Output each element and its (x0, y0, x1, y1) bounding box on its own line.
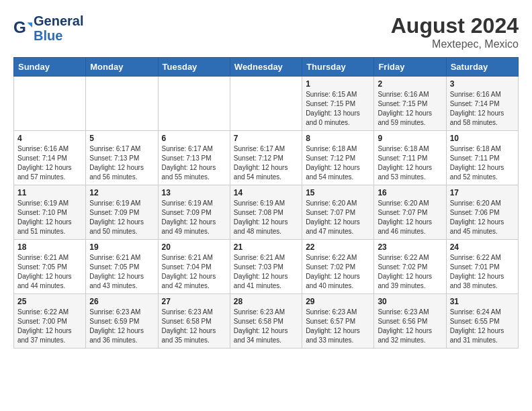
calendar-day-cell: 5Sunrise: 6:17 AMSunset: 7:13 PMDaylight… (86, 131, 158, 185)
day-number: 6 (162, 134, 226, 143)
calendar-day-cell (230, 77, 302, 131)
calendar-week-row: 25Sunrise: 6:22 AMSunset: 7:00 PMDayligh… (14, 294, 519, 349)
month-year: August 2024 (391, 13, 519, 38)
day-number: 28 (234, 297, 298, 306)
calendar-day-cell: 4Sunrise: 6:16 AMSunset: 7:14 PMDaylight… (14, 131, 86, 185)
calendar-day-cell: 16Sunrise: 6:20 AMSunset: 7:07 PMDayligh… (374, 185, 446, 240)
day-info: Sunrise: 6:21 AMSunset: 7:05 PMDaylight:… (17, 253, 82, 291)
calendar-day-cell: 20Sunrise: 6:21 AMSunset: 7:04 PMDayligh… (158, 240, 230, 294)
calendar-day-cell: 23Sunrise: 6:22 AMSunset: 7:02 PMDayligh… (374, 240, 446, 294)
day-info: Sunrise: 6:18 AMSunset: 7:12 PMDaylight:… (306, 144, 370, 182)
calendar-day-cell: 9Sunrise: 6:18 AMSunset: 7:11 PMDaylight… (374, 131, 446, 185)
calendar-day-cell: 17Sunrise: 6:20 AMSunset: 7:06 PMDayligh… (446, 185, 518, 240)
weekday-row: SundayMondayTuesdayWednesdayThursdayFrid… (14, 58, 519, 77)
day-number: 20 (162, 242, 226, 252)
day-number: 5 (89, 134, 154, 143)
weekday-header: Tuesday (158, 58, 230, 77)
calendar-table: SundayMondayTuesdayWednesdayThursdayFrid… (13, 57, 519, 349)
day-number: 1 (306, 79, 370, 89)
location: Mextepec, Mexico (391, 38, 519, 50)
day-info: Sunrise: 6:16 AMSunset: 7:14 PMDaylight:… (17, 144, 82, 182)
day-info: Sunrise: 6:16 AMSunset: 7:15 PMDaylight:… (378, 90, 442, 128)
calendar-day-cell: 2Sunrise: 6:16 AMSunset: 7:15 PMDaylight… (374, 77, 446, 131)
weekday-header: Sunday (14, 58, 86, 77)
page-header: G General Blue August 2024 Mextepec, Mex… (13, 13, 519, 50)
day-info: Sunrise: 6:20 AMSunset: 7:07 PMDaylight:… (306, 199, 370, 236)
day-info: Sunrise: 6:17 AMSunset: 7:12 PMDaylight:… (234, 144, 298, 182)
day-info: Sunrise: 6:18 AMSunset: 7:11 PMDaylight:… (450, 144, 515, 182)
day-info: Sunrise: 6:19 AMSunset: 7:09 PMDaylight:… (162, 199, 226, 236)
calendar-day-cell (86, 77, 158, 131)
day-number: 14 (234, 188, 298, 197)
logo-general: General (34, 13, 83, 28)
calendar-day-cell: 7Sunrise: 6:17 AMSunset: 7:12 PMDaylight… (230, 131, 302, 185)
day-number: 21 (234, 242, 298, 252)
calendar-day-cell: 3Sunrise: 6:16 AMSunset: 7:14 PMDaylight… (446, 77, 518, 131)
day-info: Sunrise: 6:20 AMSunset: 7:06 PMDaylight:… (450, 199, 515, 236)
calendar-day-cell: 22Sunrise: 6:22 AMSunset: 7:02 PMDayligh… (302, 240, 374, 294)
day-number: 25 (17, 297, 82, 306)
day-info: Sunrise: 6:21 AMSunset: 7:03 PMDaylight:… (234, 253, 298, 291)
calendar-day-cell: 6Sunrise: 6:17 AMSunset: 7:13 PMDaylight… (158, 131, 230, 185)
day-number: 7 (234, 134, 298, 143)
calendar-day-cell: 27Sunrise: 6:23 AMSunset: 6:58 PMDayligh… (158, 294, 230, 349)
calendar-day-cell: 30Sunrise: 6:23 AMSunset: 6:56 PMDayligh… (374, 294, 446, 349)
weekday-header: Monday (86, 58, 158, 77)
calendar-day-cell: 31Sunrise: 6:24 AMSunset: 6:55 PMDayligh… (446, 294, 518, 349)
day-info: Sunrise: 6:23 AMSunset: 6:56 PMDaylight:… (378, 308, 442, 345)
calendar-day-cell: 13Sunrise: 6:19 AMSunset: 7:09 PMDayligh… (158, 185, 230, 240)
day-info: Sunrise: 6:21 AMSunset: 7:04 PMDaylight:… (162, 253, 226, 291)
logo-blue: Blue (34, 28, 83, 43)
day-info: Sunrise: 6:17 AMSunset: 7:13 PMDaylight:… (89, 144, 154, 182)
day-number: 29 (306, 297, 370, 306)
day-number: 10 (450, 134, 515, 143)
calendar-day-cell: 1Sunrise: 6:15 AMSunset: 7:15 PMDaylight… (302, 77, 374, 131)
day-info: Sunrise: 6:23 AMSunset: 6:57 PMDaylight:… (306, 308, 370, 345)
day-info: Sunrise: 6:22 AMSunset: 7:02 PMDaylight:… (378, 253, 442, 291)
day-info: Sunrise: 6:16 AMSunset: 7:14 PMDaylight:… (450, 90, 515, 128)
calendar-day-cell: 8Sunrise: 6:18 AMSunset: 7:12 PMDaylight… (302, 131, 374, 185)
day-number: 17 (450, 188, 515, 197)
day-number: 18 (17, 242, 82, 252)
calendar-week-row: 11Sunrise: 6:19 AMSunset: 7:10 PMDayligh… (14, 185, 519, 240)
calendar-day-cell: 26Sunrise: 6:23 AMSunset: 6:59 PMDayligh… (86, 294, 158, 349)
day-number: 11 (17, 188, 82, 197)
day-number: 31 (450, 297, 515, 306)
day-number: 2 (378, 79, 442, 89)
logo: G General Blue (13, 13, 83, 43)
day-number: 8 (306, 134, 370, 143)
svg-text:G: G (13, 19, 26, 36)
title-block: August 2024 Mextepec, Mexico (391, 13, 519, 50)
day-number: 9 (378, 134, 442, 143)
calendar-day-cell: 11Sunrise: 6:19 AMSunset: 7:10 PMDayligh… (14, 185, 86, 240)
day-info: Sunrise: 6:22 AMSunset: 7:02 PMDaylight:… (306, 253, 370, 291)
calendar-day-cell: 15Sunrise: 6:20 AMSunset: 7:07 PMDayligh… (302, 185, 374, 240)
logo-icon: G (13, 19, 32, 38)
day-number: 13 (162, 188, 226, 197)
day-info: Sunrise: 6:19 AMSunset: 7:08 PMDaylight:… (234, 199, 298, 236)
calendar-day-cell: 25Sunrise: 6:22 AMSunset: 7:00 PMDayligh… (14, 294, 86, 349)
day-number: 22 (306, 242, 370, 252)
day-info: Sunrise: 6:20 AMSunset: 7:07 PMDaylight:… (378, 199, 442, 236)
day-number: 30 (378, 297, 442, 306)
day-info: Sunrise: 6:15 AMSunset: 7:15 PMDaylight:… (306, 90, 370, 128)
calendar-day-cell: 24Sunrise: 6:22 AMSunset: 7:01 PMDayligh… (446, 240, 518, 294)
day-number: 12 (89, 188, 154, 197)
weekday-header: Thursday (302, 58, 374, 77)
svg-marker-1 (28, 23, 32, 28)
day-number: 27 (162, 297, 226, 306)
day-info: Sunrise: 6:18 AMSunset: 7:11 PMDaylight:… (378, 144, 442, 182)
day-number: 3 (450, 79, 515, 89)
calendar-day-cell: 29Sunrise: 6:23 AMSunset: 6:57 PMDayligh… (302, 294, 374, 349)
day-info: Sunrise: 6:23 AMSunset: 6:59 PMDaylight:… (89, 308, 154, 345)
day-info: Sunrise: 6:22 AMSunset: 7:00 PMDaylight:… (17, 308, 82, 345)
day-number: 16 (378, 188, 442, 197)
calendar-day-cell (14, 77, 86, 131)
calendar-day-cell (158, 77, 230, 131)
calendar-day-cell: 19Sunrise: 6:21 AMSunset: 7:05 PMDayligh… (86, 240, 158, 294)
day-info: Sunrise: 6:19 AMSunset: 7:10 PMDaylight:… (17, 199, 82, 236)
calendar-week-row: 4Sunrise: 6:16 AMSunset: 7:14 PMDaylight… (14, 131, 519, 185)
weekday-header: Friday (374, 58, 446, 77)
weekday-header: Wednesday (230, 58, 302, 77)
day-number: 4 (17, 134, 82, 143)
